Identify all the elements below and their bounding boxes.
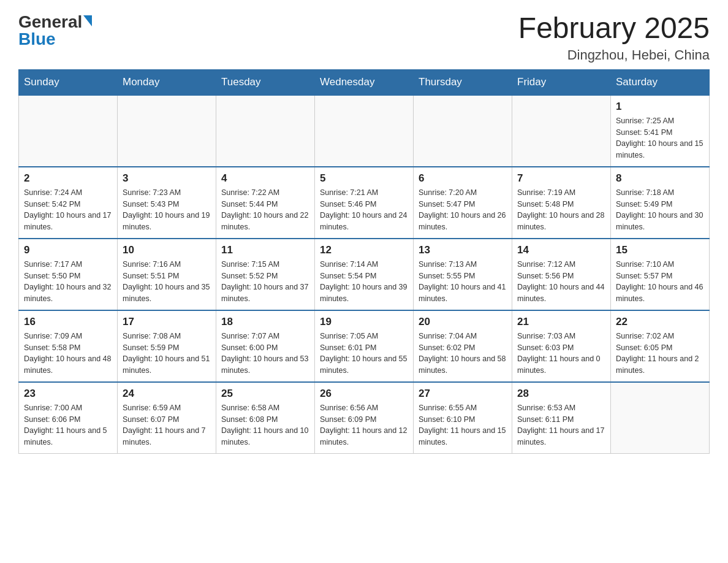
calendar-cell: 12Sunrise: 7:14 AM Sunset: 5:54 PM Dayli…: [315, 239, 414, 310]
day-number: 7: [517, 172, 605, 185]
calendar-cell: 4Sunrise: 7:22 AM Sunset: 5:44 PM Daylig…: [216, 167, 315, 239]
calendar-cell: [414, 95, 512, 167]
day-info: Sunrise: 7:14 AM Sunset: 5:54 PM Dayligh…: [320, 259, 408, 305]
week-row-2: 2Sunrise: 7:24 AM Sunset: 5:42 PM Daylig…: [19, 167, 710, 239]
calendar-cell: [611, 382, 710, 454]
day-number: 23: [24, 388, 112, 400]
page-header: General Blue February 2025 Dingzhou, Heb…: [18, 12, 710, 63]
day-number: 25: [221, 388, 309, 400]
day-info: Sunrise: 7:03 AM Sunset: 6:03 PM Dayligh…: [517, 331, 605, 377]
day-number: 13: [419, 244, 507, 256]
week-row-1: 1Sunrise: 7:25 AM Sunset: 5:41 PM Daylig…: [19, 95, 710, 167]
calendar-cell: 10Sunrise: 7:16 AM Sunset: 5:51 PM Dayli…: [118, 239, 216, 310]
calendar-cell: 14Sunrise: 7:12 AM Sunset: 5:56 PM Dayli…: [512, 239, 611, 310]
day-info: Sunrise: 6:55 AM Sunset: 6:10 PM Dayligh…: [419, 402, 507, 448]
column-header-thursday: Thursday: [414, 69, 512, 95]
day-number: 6: [419, 172, 507, 185]
day-info: Sunrise: 7:10 AM Sunset: 5:57 PM Dayligh…: [616, 259, 704, 305]
day-info: Sunrise: 7:23 AM Sunset: 5:43 PM Dayligh…: [123, 187, 211, 233]
day-number: 22: [616, 316, 704, 328]
calendar-cell: [315, 95, 414, 167]
calendar-cell: 6Sunrise: 7:20 AM Sunset: 5:47 PM Daylig…: [414, 167, 512, 239]
calendar-cell: 22Sunrise: 7:02 AM Sunset: 6:05 PM Dayli…: [611, 310, 710, 382]
column-header-sunday: Sunday: [19, 69, 118, 95]
day-number: 11: [221, 244, 309, 256]
calendar-table: SundayMondayTuesdayWednesdayThursdayFrid…: [18, 69, 710, 454]
column-header-friday: Friday: [512, 69, 611, 95]
calendar-cell: 16Sunrise: 7:09 AM Sunset: 5:58 PM Dayli…: [19, 310, 118, 382]
calendar-cell: 5Sunrise: 7:21 AM Sunset: 5:46 PM Daylig…: [315, 167, 414, 239]
calendar-cell: 15Sunrise: 7:10 AM Sunset: 5:57 PM Dayli…: [611, 239, 710, 310]
day-info: Sunrise: 6:53 AM Sunset: 6:11 PM Dayligh…: [517, 402, 605, 448]
day-info: Sunrise: 7:18 AM Sunset: 5:49 PM Dayligh…: [616, 187, 704, 233]
day-info: Sunrise: 7:16 AM Sunset: 5:51 PM Dayligh…: [123, 259, 211, 305]
calendar-cell: [118, 95, 216, 167]
day-info: Sunrise: 7:24 AM Sunset: 5:42 PM Dayligh…: [24, 187, 112, 233]
day-info: Sunrise: 7:15 AM Sunset: 5:52 PM Dayligh…: [221, 259, 309, 305]
day-info: Sunrise: 7:22 AM Sunset: 5:44 PM Dayligh…: [221, 187, 309, 233]
calendar-cell: 26Sunrise: 6:56 AM Sunset: 6:09 PM Dayli…: [315, 382, 414, 454]
calendar-cell: [19, 95, 118, 167]
logo: General Blue: [18, 12, 92, 49]
calendar-cell: 19Sunrise: 7:05 AM Sunset: 6:01 PM Dayli…: [315, 310, 414, 382]
calendar-cell: 23Sunrise: 7:00 AM Sunset: 6:06 PM Dayli…: [19, 382, 118, 454]
day-number: 2: [24, 172, 112, 185]
day-info: Sunrise: 7:00 AM Sunset: 6:06 PM Dayligh…: [24, 402, 112, 448]
day-number: 17: [123, 316, 211, 328]
day-number: 12: [320, 244, 408, 256]
day-info: Sunrise: 6:56 AM Sunset: 6:09 PM Dayligh…: [320, 402, 408, 448]
day-number: 16: [24, 316, 112, 328]
column-header-saturday: Saturday: [611, 69, 710, 95]
day-info: Sunrise: 7:08 AM Sunset: 5:59 PM Dayligh…: [123, 331, 211, 377]
day-number: 24: [123, 388, 211, 400]
calendar-cell: 25Sunrise: 6:58 AM Sunset: 6:08 PM Dayli…: [216, 382, 315, 454]
day-number: 3: [123, 172, 211, 185]
calendar-title: February 2025: [518, 12, 710, 45]
calendar-subtitle: Dingzhou, Hebei, China: [518, 47, 710, 63]
day-info: Sunrise: 7:21 AM Sunset: 5:46 PM Dayligh…: [320, 187, 408, 233]
week-row-4: 16Sunrise: 7:09 AM Sunset: 5:58 PM Dayli…: [19, 310, 710, 382]
day-number: 20: [419, 316, 507, 328]
calendar-cell: 9Sunrise: 7:17 AM Sunset: 5:50 PM Daylig…: [19, 239, 118, 310]
day-number: 14: [517, 244, 605, 256]
calendar-cell: 2Sunrise: 7:24 AM Sunset: 5:42 PM Daylig…: [19, 167, 118, 239]
calendar-header-row: SundayMondayTuesdayWednesdayThursdayFrid…: [19, 69, 710, 95]
day-info: Sunrise: 6:59 AM Sunset: 6:07 PM Dayligh…: [123, 402, 211, 448]
day-number: 1: [616, 101, 704, 113]
calendar-cell: 24Sunrise: 6:59 AM Sunset: 6:07 PM Dayli…: [118, 382, 216, 454]
calendar-cell: 18Sunrise: 7:07 AM Sunset: 6:00 PM Dayli…: [216, 310, 315, 382]
logo-arrow-icon: [83, 15, 92, 26]
day-number: 28: [517, 388, 605, 400]
week-row-3: 9Sunrise: 7:17 AM Sunset: 5:50 PM Daylig…: [19, 239, 710, 310]
column-header-monday: Monday: [118, 69, 216, 95]
calendar-cell: [512, 95, 611, 167]
day-number: 18: [221, 316, 309, 328]
column-header-tuesday: Tuesday: [216, 69, 315, 95]
day-info: Sunrise: 7:04 AM Sunset: 6:02 PM Dayligh…: [419, 331, 507, 377]
day-info: Sunrise: 7:02 AM Sunset: 6:05 PM Dayligh…: [616, 331, 704, 377]
day-info: Sunrise: 6:58 AM Sunset: 6:08 PM Dayligh…: [221, 402, 309, 448]
day-number: 8: [616, 172, 704, 185]
day-number: 15: [616, 244, 704, 256]
calendar-cell: 8Sunrise: 7:18 AM Sunset: 5:49 PM Daylig…: [611, 167, 710, 239]
day-number: 4: [221, 172, 309, 185]
calendar-cell: 7Sunrise: 7:19 AM Sunset: 5:48 PM Daylig…: [512, 167, 611, 239]
calendar-cell: 1Sunrise: 7:25 AM Sunset: 5:41 PM Daylig…: [611, 95, 710, 167]
calendar-cell: 28Sunrise: 6:53 AM Sunset: 6:11 PM Dayli…: [512, 382, 611, 454]
column-header-wednesday: Wednesday: [315, 69, 414, 95]
day-info: Sunrise: 7:05 AM Sunset: 6:01 PM Dayligh…: [320, 331, 408, 377]
calendar-cell: [216, 95, 315, 167]
day-info: Sunrise: 7:25 AM Sunset: 5:41 PM Dayligh…: [616, 115, 704, 161]
calendar-cell: 3Sunrise: 7:23 AM Sunset: 5:43 PM Daylig…: [118, 167, 216, 239]
day-info: Sunrise: 7:19 AM Sunset: 5:48 PM Dayligh…: [517, 187, 605, 233]
calendar-cell: 27Sunrise: 6:55 AM Sunset: 6:10 PM Dayli…: [414, 382, 512, 454]
day-info: Sunrise: 7:17 AM Sunset: 5:50 PM Dayligh…: [24, 259, 112, 305]
day-info: Sunrise: 7:07 AM Sunset: 6:00 PM Dayligh…: [221, 331, 309, 377]
day-info: Sunrise: 7:09 AM Sunset: 5:58 PM Dayligh…: [24, 331, 112, 377]
day-number: 9: [24, 244, 112, 256]
day-number: 27: [419, 388, 507, 400]
logo-blue-text: Blue: [18, 29, 92, 49]
calendar-cell: 11Sunrise: 7:15 AM Sunset: 5:52 PM Dayli…: [216, 239, 315, 310]
day-info: Sunrise: 7:13 AM Sunset: 5:55 PM Dayligh…: [419, 259, 507, 305]
day-number: 5: [320, 172, 408, 185]
